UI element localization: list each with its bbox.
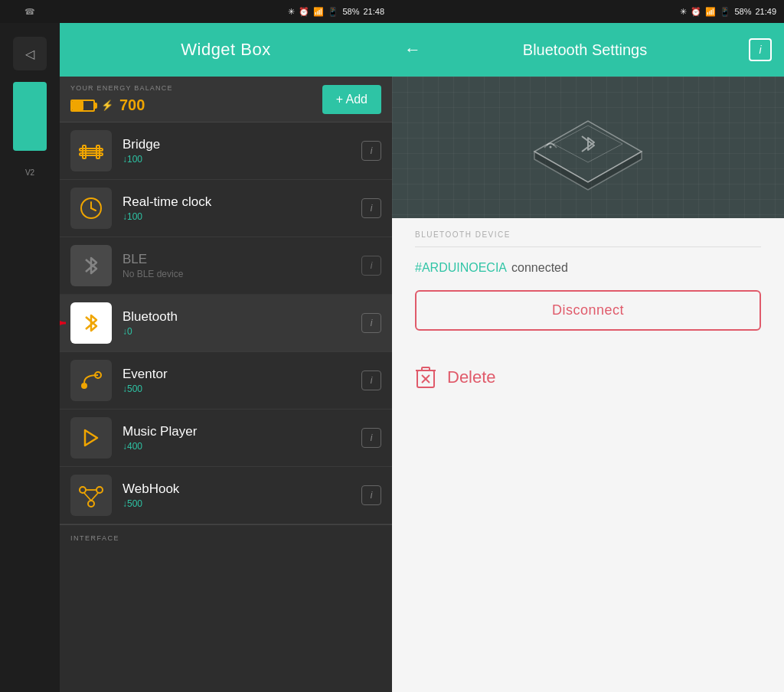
svg-line-15 — [84, 493, 91, 501]
eventor-info-btn[interactable]: i — [361, 370, 381, 390]
widget-box-title: Widget Box — [181, 40, 271, 60]
music-cost: ↓400 — [122, 441, 361, 452]
eventor-info: Eventor ↓500 — [122, 367, 361, 394]
webhook-icon — [78, 482, 104, 508]
energy-lightning: ⚡ — [101, 100, 113, 111]
back-button[interactable]: ◁ — [13, 37, 47, 70]
delete-row[interactable]: Delete — [415, 358, 761, 397]
widget-item-bridge[interactable]: Bridge ↓100 i — [60, 122, 392, 180]
svg-point-13 — [80, 487, 86, 493]
bluetooth-device-section: BLUETOOTH DEVICE #ARDUINOECIA connected … — [392, 218, 784, 692]
widget-item-clock[interactable]: Real-time clock ↓100 i — [60, 180, 392, 237]
ble-info-btn[interactable]: i — [361, 256, 381, 276]
side-green-block — [13, 82, 47, 151]
add-button[interactable]: + Add — [322, 85, 381, 114]
alarm-icon-right: ⏰ — [691, 7, 701, 17]
music-name: Music Player — [122, 424, 361, 439]
status-bar-right: ✳ ⏰ 📶 📱 58% 21:49 — [392, 0, 784, 23]
clock-name: Real-time clock — [122, 194, 361, 210]
svg-rect-3 — [96, 145, 100, 158]
widget-item-ble[interactable]: BLE No BLE device i — [60, 237, 392, 295]
clock-icon-box — [70, 188, 112, 229]
device-name: #ARDUINOECIA — [415, 261, 507, 275]
bluetooth-info-btn[interactable]: i — [361, 313, 381, 333]
svg-point-12 — [88, 501, 94, 507]
delete-label[interactable]: Delete — [447, 367, 496, 387]
clock-info-btn[interactable]: i — [361, 198, 381, 218]
widget-item-music[interactable]: Music Player ↓400 i — [60, 410, 392, 467]
svg-marker-11 — [85, 430, 97, 446]
webhook-cost: ↓500 — [122, 498, 361, 509]
ble-name: BLE — [122, 252, 361, 267]
bluetooth-widget-icon — [83, 311, 100, 335]
widget-item-webhook[interactable]: WebHook ↓500 i — [60, 467, 392, 524]
ble-info: BLE No BLE device — [122, 252, 361, 279]
webhook-info-btn[interactable]: i — [361, 485, 381, 505]
widget-item-eventor[interactable]: Eventor ↓500 i — [60, 352, 392, 410]
disconnect-button[interactable]: Disconnect — [415, 290, 761, 331]
eventor-icon-box — [70, 360, 112, 401]
ble-cost: No BLE device — [122, 269, 361, 279]
wifi-status-icon: 📶 — [313, 7, 324, 17]
energy-label: YOUR ENERGY BALANCE — [70, 84, 173, 92]
back-arrow-right[interactable]: ← — [404, 40, 421, 60]
time-left: 21:48 — [363, 7, 384, 16]
music-icon-box — [70, 417, 112, 459]
music-info-btn[interactable]: i — [361, 428, 381, 448]
clock-cost: ↓100 — [122, 211, 361, 222]
interface-section-label: INTERFACE — [60, 524, 392, 547]
svg-rect-2 — [83, 145, 86, 158]
time-right: 21:49 — [755, 7, 776, 16]
info-btn-right[interactable]: i — [749, 38, 772, 61]
device-connected-text: connected — [511, 261, 568, 275]
battery-icon — [70, 100, 95, 112]
bluetooth-status-icon: ✳ — [288, 7, 295, 17]
battery-status-left: 58% — [342, 7, 359, 16]
bluetooth-info: Bluetooth ↓0 — [122, 309, 361, 337]
phone-icon: ☎ — [24, 7, 35, 17]
right-header: ← Bluetooth Settings i — [392, 23, 784, 77]
bluetooth-device-illustration — [511, 98, 665, 197]
svg-rect-21 — [422, 367, 430, 370]
energy-value: 700 — [119, 96, 145, 114]
webhook-info: WebHook ↓500 — [122, 481, 361, 509]
signal-icon-right: 📱 — [720, 7, 730, 17]
delete-icon — [415, 364, 436, 390]
eventor-icon — [78, 369, 104, 392]
webhook-name: WebHook — [122, 481, 361, 497]
webhook-icon-box — [70, 475, 112, 516]
clock-icon — [79, 196, 103, 220]
red-arrow-icon — [60, 312, 75, 335]
widget-item-bluetooth[interactable]: Bluetooth ↓0 i — [60, 295, 392, 352]
svg-line-16 — [91, 493, 98, 501]
ble-icon-box — [70, 245, 112, 286]
v2-label: V2 — [25, 168, 34, 177]
svg-point-9 — [81, 383, 87, 389]
eventor-name: Eventor — [122, 367, 361, 382]
red-arrow-indicator — [60, 312, 75, 335]
bridge-icon-box — [70, 130, 112, 171]
svg-line-6 — [91, 208, 96, 211]
device-status-row: #ARDUINOECIA connected — [415, 261, 761, 275]
status-bar-left: ✳ ⏰ 📶 📱 58% 21:48 — [60, 0, 392, 23]
bridge-info: Bridge ↓100 — [122, 137, 361, 165]
music-play-icon — [82, 427, 100, 449]
left-header: Widget Box — [60, 23, 392, 77]
svg-point-14 — [96, 487, 103, 493]
alarm-status-icon: ⏰ — [299, 7, 309, 17]
ble-icon — [83, 253, 100, 278]
svg-point-18 — [550, 145, 552, 148]
signal-status-icon: 📱 — [328, 7, 338, 17]
battery-right: 58% — [734, 7, 751, 16]
bluetooth-cost: ↓0 — [122, 326, 361, 337]
device-image-area — [392, 77, 784, 218]
widget-list: Bridge ↓100 i Real-time clock ↓100 i — [60, 122, 392, 692]
bluetooth-device-label: BLUETOOTH DEVICE — [415, 230, 761, 247]
music-info: Music Player ↓400 — [122, 424, 361, 452]
eventor-cost: ↓500 — [122, 384, 361, 394]
bridge-info-btn[interactable]: i — [361, 141, 381, 161]
bridge-name: Bridge — [122, 137, 361, 152]
bt-icon-right: ✳ — [680, 7, 687, 17]
wifi-icon-right: 📶 — [705, 7, 716, 17]
bluetooth-name: Bluetooth — [122, 309, 361, 325]
